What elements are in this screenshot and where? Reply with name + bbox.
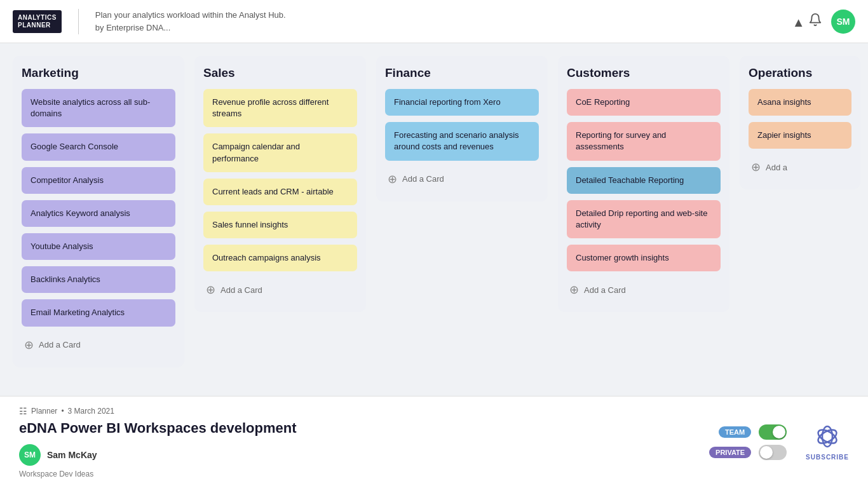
subscribe-label: SUBSCRIBE: [806, 454, 849, 461]
footer-workspace: Workspace Dev Ideas: [19, 470, 709, 478]
card-m1[interactable]: Website analytics across all sub-domains: [22, 89, 175, 127]
add-card-label: Add a Card: [39, 340, 81, 349]
card-s5[interactable]: Outreach campaigns analysis: [203, 245, 357, 271]
card-s4[interactable]: Sales funnel insights: [203, 212, 357, 238]
card-m4[interactable]: Analytics Keyword analysis: [22, 200, 175, 227]
team-toggle-row: TEAM: [719, 424, 787, 440]
header-subtitle: Plan your analytics workload within the …: [95, 9, 286, 34]
card-s3[interactable]: Current leads and CRM - airtable: [203, 179, 357, 205]
board: MarketingWebsite analytics across all su…: [0, 43, 868, 396]
add-icon: ⊕: [569, 283, 579, 297]
column-title-customers: Customers: [567, 66, 721, 80]
add-icon: ⊕: [206, 283, 215, 297]
planner-label: Planner: [31, 407, 57, 416]
card-c4[interactable]: Detailed Drip reporting and web-site act…: [567, 200, 721, 238]
footer-meta: ☷ Planner • 3 March 2021: [19, 406, 709, 416]
add-icon: ⊕: [751, 160, 761, 174]
add-card-operations[interactable]: ⊕Add a: [749, 155, 851, 179]
column-title-finance: Finance: [385, 66, 539, 80]
add-icon: ⊕: [388, 172, 397, 186]
footer-right: TEAM PRIVATE: [709, 424, 787, 460]
card-s2[interactable]: Campaign calendar and performance: [203, 133, 357, 172]
footer-avatar: SM: [19, 444, 41, 466]
private-toggle-row: PRIVATE: [709, 445, 787, 460]
card-o2[interactable]: Zapier insights: [749, 122, 851, 149]
card-f2[interactable]: Forecasting and scenario analysis around…: [385, 122, 539, 160]
team-toggle[interactable]: [759, 424, 787, 440]
column-title-marketing: Marketing: [22, 66, 175, 80]
card-m7[interactable]: Email Marketing Analytics: [22, 299, 175, 326]
card-f1[interactable]: Financial reporting from Xero: [385, 89, 539, 116]
footer-title: eDNA Power BI Workspaces development: [19, 420, 709, 437]
column-title-sales: Sales: [203, 66, 357, 80]
card-s1[interactable]: Revenue profile across different streams: [203, 89, 357, 127]
footer-date: 3 March 2021: [68, 407, 114, 416]
add-card-sales[interactable]: ⊕Add a Card: [203, 278, 357, 302]
add-card-finance[interactable]: ⊕Add a Card: [385, 167, 539, 191]
add-card-marketing[interactable]: ⊕Add a Card: [22, 333, 175, 357]
add-card-label: Add a Card: [402, 174, 444, 184]
logo: ANALYTICS PLANNER: [13, 10, 62, 33]
footer-bullet: •: [61, 407, 64, 416]
logo-area: ANALYTICS PLANNER Plan your analytics wo…: [13, 9, 286, 34]
dna-icon: [815, 424, 840, 454]
add-card-label: Add a Card: [584, 285, 626, 295]
column-title-operations: Operations: [749, 66, 851, 80]
card-m2[interactable]: Google Search Console: [22, 133, 175, 160]
card-m6[interactable]: Backlinks Analytics: [22, 266, 175, 293]
planner-icon: ☷: [19, 406, 27, 416]
column-operations: OperationsAsana insightsZapier insights⊕…: [740, 56, 860, 189]
header: ANALYTICS PLANNER Plan your analytics wo…: [0, 0, 868, 43]
card-m3[interactable]: Competitor Analysis: [22, 167, 175, 194]
add-icon: ⊕: [24, 338, 34, 352]
header-divider: [78, 9, 79, 34]
card-c2[interactable]: Reporting for survey and assessments: [567, 122, 721, 160]
user-avatar[interactable]: SM: [831, 10, 855, 34]
footer-username: Sam McKay: [47, 450, 97, 460]
private-toggle[interactable]: [759, 445, 787, 460]
footer-user: SM Sam McKay: [19, 444, 709, 466]
column-sales: SalesRevenue profile across different st…: [194, 56, 366, 312]
header-right: ▲ SM: [792, 10, 855, 34]
add-card-label: Add a: [766, 163, 787, 172]
team-badge: TEAM: [719, 426, 751, 438]
subscribe-area[interactable]: SUBSCRIBE: [806, 424, 849, 461]
main-area: MarketingWebsite analytics across all su…: [0, 43, 868, 396]
card-m5[interactable]: Youtube Analysis: [22, 233, 175, 260]
card-c5[interactable]: Customer growth insights: [567, 245, 721, 271]
footer: ☷ Planner • 3 March 2021 eDNA Power BI W…: [0, 396, 868, 488]
card-c1[interactable]: CoE Reporting: [567, 89, 721, 116]
column-customers: CustomersCoE ReportingReporting for surv…: [558, 56, 729, 312]
column-finance: FinanceFinancial reporting from XeroFore…: [376, 56, 548, 201]
card-o1[interactable]: Asana insights: [749, 89, 851, 116]
private-badge: PRIVATE: [709, 447, 751, 458]
private-toggle-knob: [760, 446, 773, 459]
add-card-label: Add a Card: [220, 285, 262, 295]
add-card-customers[interactable]: ⊕Add a Card: [567, 278, 721, 302]
notification-bell-icon[interactable]: ▲: [792, 13, 822, 30]
column-marketing: MarketingWebsite analytics across all su…: [13, 56, 184, 367]
team-toggle-knob: [773, 426, 785, 438]
footer-left: ☷ Planner • 3 March 2021 eDNA Power BI W…: [19, 406, 709, 478]
card-c3[interactable]: Detailed Teachable Reporting: [567, 167, 721, 194]
